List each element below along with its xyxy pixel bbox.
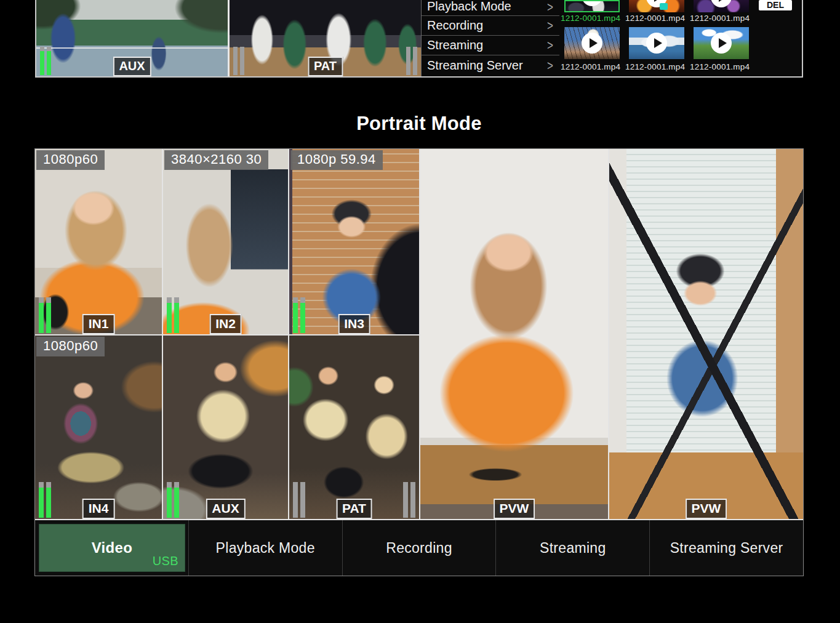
- in2-video-preview[interactable]: 3840×2160 30 IN2: [163, 149, 288, 334]
- tab-video[interactable]: Video USB: [35, 520, 188, 576]
- menu-item-label: Streaming Server: [427, 58, 523, 73]
- audio-meter: [40, 47, 51, 75]
- menu-item-recording[interactable]: Recording >: [422, 16, 559, 36]
- play-icon: [711, 33, 732, 54]
- audio-meter: [167, 482, 179, 518]
- resolution-overlay: 3840×2160 30: [164, 150, 268, 170]
- pat-badge: PAT: [336, 499, 372, 519]
- menu-item-playback-mode[interactable]: Playback Mode >: [422, 0, 559, 16]
- page-title: Portrait Mode: [35, 113, 803, 135]
- tab-label: Streaming Server: [670, 540, 783, 557]
- tab-streaming-server[interactable]: Streaming Server: [649, 520, 803, 576]
- audio-meter: [39, 482, 51, 518]
- tab-label: Video: [92, 539, 132, 557]
- video-file-thumbnail[interactable]: [694, 0, 749, 12]
- portrait-multiview: 1080p60 IN1 3840×2160 30 IN2 1080p 59.94…: [35, 149, 803, 576]
- delete-button[interactable]: DEL: [759, 0, 792, 10]
- audio-meter: [293, 482, 305, 518]
- pvw-badge: PVW: [494, 499, 535, 519]
- audio-meter: [167, 297, 179, 333]
- menu-item-label: Streaming: [427, 38, 483, 52]
- in4-video-preview[interactable]: 1080p60 IN4: [35, 336, 162, 519]
- pvw-video-preview-right: PVW: [609, 149, 803, 519]
- chevron-right-icon: >: [547, 37, 553, 54]
- resolution-overlay: 1080p60: [36, 337, 105, 356]
- settings-menu: Playback Mode > Recording > Streaming > …: [421, 0, 559, 76]
- play-icon: [711, 0, 732, 7]
- video-file-thumbnail[interactable]: [629, 27, 684, 59]
- file-name: 1212-0001.mp4: [625, 62, 693, 71]
- play-icon: [582, 0, 602, 6]
- file-name: 1212-0001.mp4: [690, 14, 758, 23]
- tab-recording[interactable]: Recording: [342, 520, 496, 576]
- aux-badge: AUX: [206, 499, 245, 519]
- chevron-right-icon: >: [547, 0, 553, 16]
- tab-label: Streaming: [540, 540, 606, 557]
- active-tab-highlight: Video USB: [39, 524, 185, 572]
- in1-video-preview[interactable]: 1080p60 IN1: [35, 149, 162, 334]
- tab-streaming[interactable]: Streaming: [495, 520, 649, 576]
- in3-badge: IN3: [338, 314, 370, 334]
- pvw-badge: PVW: [686, 499, 727, 519]
- audio-meter: [39, 297, 51, 333]
- file-name: 1212-0001.mp4: [625, 14, 693, 23]
- menu-item-streaming-server[interactable]: Streaming Server >: [422, 55, 559, 76]
- resolution-overlay: 1080p 59.94: [290, 150, 383, 170]
- audio-meter: [403, 482, 415, 518]
- audio-meter: [293, 297, 305, 333]
- tab-label: Recording: [386, 540, 452, 557]
- in1-badge: IN1: [82, 314, 115, 334]
- in3-video-preview[interactable]: 1080p 59.94 IN3: [289, 149, 419, 334]
- audio-meter: [233, 47, 244, 75]
- tab-label: Playback Mode: [216, 540, 315, 557]
- pat-video-preview[interactable]: PAT: [289, 336, 419, 519]
- chevron-right-icon: >: [547, 17, 553, 34]
- video-file-thumbnail[interactable]: [629, 0, 684, 12]
- top-aux-video-preview[interactable]: AUX: [36, 0, 230, 76]
- video-file-thumbnail[interactable]: [564, 27, 620, 59]
- file-name: 1212-0001.mp4: [561, 14, 628, 23]
- resolution-overlay: 1080p60: [36, 150, 105, 170]
- top-pat-video-preview[interactable]: PAT: [230, 0, 421, 76]
- in2-badge: IN2: [209, 314, 242, 334]
- file-name: 1212-0001.mp4: [561, 62, 628, 71]
- video-file-thumbnail[interactable]: [564, 0, 620, 12]
- in4-badge: IN4: [82, 499, 115, 519]
- file-name: 1212-0001.mp4: [690, 62, 758, 71]
- bottom-menu-bar: Video USB Playback Mode Recording Stream…: [35, 520, 803, 576]
- file-icon: [660, 3, 668, 10]
- tab-playback-mode[interactable]: Playback Mode: [188, 520, 342, 576]
- menu-item-label: Playback Mode: [427, 0, 511, 14]
- audio-meter: [406, 47, 417, 75]
- play-icon: [582, 33, 602, 54]
- top-menu-and-files: Playback Mode > Recording > Streaming > …: [421, 0, 802, 76]
- video-file-thumbnail[interactable]: [694, 27, 749, 59]
- pat-badge: PAT: [308, 57, 343, 76]
- tab-sub-label: USB: [153, 554, 178, 568]
- top-multiview-panel: AUX PAT Playback Mode > Recording > Stre…: [35, 0, 803, 78]
- chevron-right-icon: >: [547, 57, 553, 74]
- play-icon: [646, 33, 667, 54]
- pvw-video-preview-left: PVW: [420, 149, 608, 519]
- aux-badge: AUX: [113, 57, 151, 76]
- menu-item-streaming[interactable]: Streaming >: [422, 36, 559, 55]
- menu-item-label: Recording: [427, 18, 483, 33]
- aux-video-preview[interactable]: AUX: [163, 336, 288, 519]
